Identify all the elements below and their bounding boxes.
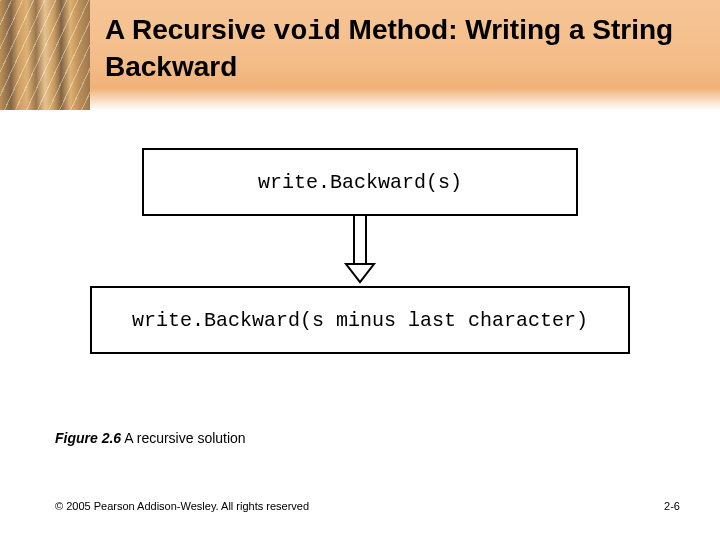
- title-part1: A Recursive: [105, 14, 274, 45]
- diagram-box-top: write.Backward(s): [142, 148, 578, 216]
- figure-caption: Figure 2.6 A recursive solution: [55, 430, 246, 446]
- slide-header: A Recursive void Method: Writing a Strin…: [0, 0, 720, 110]
- diagram-box-bottom-text: write.Backward(s minus last character): [132, 309, 588, 332]
- recursion-diagram: write.Backward(s) write.Backward(s minus…: [90, 148, 630, 354]
- copyright-text: © 2005 Pearson Addison-Wesley. All right…: [55, 500, 309, 512]
- figure-label: Figure 2.6: [55, 430, 121, 446]
- page-number: 2-6: [664, 500, 680, 512]
- diagram-box-bottom: write.Backward(s minus last character): [90, 286, 630, 354]
- title-code-keyword: void: [274, 16, 341, 47]
- diagram-box-top-text: write.Backward(s): [258, 171, 462, 194]
- diagram-arrow: [90, 216, 630, 286]
- decorative-book-image: [0, 0, 90, 110]
- double-arrow-down-icon: [340, 216, 380, 286]
- svg-marker-2: [346, 264, 374, 282]
- slide-title: A Recursive void Method: Writing a Strin…: [105, 12, 705, 84]
- figure-caption-text: A recursive solution: [124, 430, 245, 446]
